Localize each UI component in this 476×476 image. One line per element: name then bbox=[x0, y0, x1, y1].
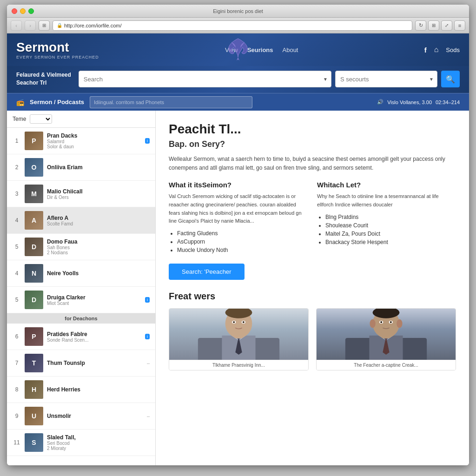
sidebar-item[interactable]: 5 D Domo Faua Sah Bones 2 Nodians bbox=[7, 234, 155, 260]
item-sub2: Solor & daun bbox=[47, 144, 141, 149]
main-desc: Wellealur Sermom, wnat a saerch hern to … bbox=[169, 155, 456, 172]
refresh-button[interactable]: ↻ bbox=[415, 20, 426, 31]
forward-button[interactable]: › bbox=[25, 20, 36, 31]
main-subtitle: Bap. on Sery? bbox=[169, 139, 456, 149]
sidebar-item[interactable]: 7 T Thum Tounslp – bbox=[7, 350, 155, 377]
item-arrow: – bbox=[147, 413, 150, 419]
search-label-2: Seachor Trl bbox=[16, 79, 71, 87]
item-sub1: Seri Bocod bbox=[47, 441, 150, 446]
avatar: O bbox=[25, 158, 43, 177]
tab-button[interactable]: ⊞ bbox=[39, 20, 50, 31]
fullscreen-button[interactable]: ⤢ bbox=[441, 20, 452, 31]
back-button[interactable]: ‹ bbox=[11, 20, 22, 31]
item-name: Thum Tounslp bbox=[47, 360, 143, 366]
sidebar-item[interactable]: 4 N Neire Yoolls bbox=[7, 260, 155, 287]
search-input[interactable] bbox=[79, 71, 331, 87]
minimize-button[interactable] bbox=[20, 8, 26, 14]
home-icon[interactable]: ⌂ bbox=[434, 46, 439, 54]
avatar: P bbox=[25, 132, 43, 150]
facebook-link[interactable]: f bbox=[424, 46, 427, 54]
time-text: 02:34–214 bbox=[436, 99, 460, 105]
left-col-desc: Val Cruch Seremom wicking of saclif stig… bbox=[169, 192, 308, 225]
sidebar-item[interactable]: 2 O Onliiva Eriam bbox=[7, 154, 155, 181]
theme-select[interactable] bbox=[30, 114, 52, 124]
list-item: Maitel Za, Pours Doict bbox=[325, 231, 456, 237]
item-sub2: 2 Mioraty bbox=[47, 446, 150, 451]
lock-icon: 🔒 bbox=[57, 23, 62, 28]
item-badge: i bbox=[145, 297, 150, 303]
right-column: Whitach Let? Why he Seach to otiniine li… bbox=[317, 181, 456, 255]
search-preacher-button[interactable]: Search: 'Peeacher bbox=[169, 264, 245, 280]
svg-point-10 bbox=[233, 321, 235, 323]
featured-card[interactable]: Tlkhame Praesvinig Inn... bbox=[169, 308, 309, 370]
sidebar-item[interactable]: 4 A Aflero A Scolte Famd bbox=[7, 207, 155, 234]
main-content: Teme 1 P Pran Dacks Salamrd Solor & daun bbox=[7, 111, 469, 465]
item-name: Domo Faua bbox=[47, 238, 150, 245]
maximize-button[interactable] bbox=[28, 8, 34, 14]
menu-button[interactable]: ≡ bbox=[454, 20, 465, 31]
avatar: H bbox=[25, 380, 43, 399]
sidebar: Teme 1 P Pran Dacks Salamrd Solor & daun bbox=[7, 111, 156, 465]
podcast-label[interactable]: Sermon / Podcasts bbox=[30, 99, 84, 106]
address-bar[interactable]: 🔒 http://ore.com/iorfile.com/ bbox=[53, 20, 412, 31]
nav-bar: ‹ › ⊞ 🔒 http://ore.com/iorfile.com/ ↻ ⊞ … bbox=[7, 18, 469, 33]
site-logo-subtitle: EVERY SERMON EVER PREACHED bbox=[16, 55, 99, 60]
item-name: Slaled Tall, bbox=[47, 434, 150, 441]
nav-right-buttons: ↻ ⊞ ⤢ ≡ bbox=[415, 20, 465, 31]
avatar: D bbox=[25, 238, 43, 256]
svg-point-24 bbox=[380, 321, 382, 323]
sidebar-item[interactable]: 8 H Herd Herries bbox=[7, 377, 155, 403]
site-nav-right: f ⌂ Sods bbox=[424, 46, 460, 54]
browser-window: Eigini borenic pos diet ‹ › ⊞ 🔒 http://o… bbox=[7, 5, 469, 465]
avatar: A bbox=[25, 211, 43, 230]
sidebar-section-header: for Deachons bbox=[7, 313, 155, 324]
site-logo-block: Sermont EVERY SERMON EVER PREACHED bbox=[16, 40, 99, 60]
sidebar-item[interactable]: 5 D Druiga Clarker Miot Scant i bbox=[7, 287, 155, 313]
item-arrow: – bbox=[147, 360, 150, 366]
close-button[interactable] bbox=[12, 8, 17, 14]
podcast-icon: 📻 bbox=[16, 99, 24, 106]
sods-label[interactable]: Sods bbox=[446, 46, 460, 53]
svg-point-20 bbox=[370, 319, 375, 328]
theme-label: Teme bbox=[13, 116, 26, 122]
avatar: T bbox=[25, 354, 43, 372]
item-badge: i bbox=[145, 334, 150, 339]
extensions-button[interactable]: ⊞ bbox=[428, 20, 439, 31]
item-name: Onliiva Eriam bbox=[47, 164, 150, 171]
sidebar-item[interactable]: 11 S Slaled Tall, Seri Bocod 2 Mioraty bbox=[7, 430, 155, 456]
two-column-section: What it itsSeimon? Val Cruch Seremom wic… bbox=[169, 181, 456, 255]
item-sub1: Miot Scant bbox=[47, 301, 141, 306]
secondary-dropdown-arrow: ▼ bbox=[429, 77, 434, 82]
item-name: Aflero A bbox=[47, 215, 150, 221]
item-name: Pratides Fablre bbox=[47, 331, 141, 337]
podcast-search-input[interactable] bbox=[90, 96, 252, 108]
search-button[interactable]: 🔍 bbox=[441, 71, 460, 87]
sidebar-item[interactable]: 6 P Pratides Fablre Sonde Rand Scen... i bbox=[7, 324, 155, 350]
search-dropdown-arrow: ▼ bbox=[323, 77, 328, 82]
featured-card-image bbox=[169, 309, 308, 360]
item-name: Herd Herries bbox=[47, 386, 150, 393]
right-col-desc: Why he Seach to otiniine line a tesemran… bbox=[317, 192, 456, 209]
item-name: Pran Dacks bbox=[47, 132, 141, 139]
site-logo[interactable]: Sermont bbox=[16, 40, 99, 55]
volume-text: Vislo Vollanes, 3.00 bbox=[387, 99, 432, 105]
featured-card-caption: The Feacher a-captine Creak... bbox=[317, 360, 456, 370]
list-item: Blng Pratdins bbox=[325, 214, 456, 220]
sidebar-item[interactable]: 3 M Malio Chiicall Dir & Oers bbox=[7, 181, 155, 207]
item-sub2: 2 Nodians bbox=[47, 250, 150, 255]
left-column: What it itsSeimon? Val Cruch Seremom wic… bbox=[169, 181, 308, 255]
volume-icon: 🔊 bbox=[377, 99, 383, 105]
search-area-labels: Felaured & Vielmeed Seachor Trl bbox=[16, 71, 71, 87]
list-item: Facting Gludens bbox=[177, 230, 308, 237]
nav-about[interactable]: About bbox=[283, 46, 298, 53]
sidebar-item[interactable]: 9 U Unsmolir – bbox=[7, 403, 155, 430]
featured-card[interactable]: The Feacher a-captine Creak... bbox=[316, 308, 456, 370]
search-icon: 🔍 bbox=[446, 75, 455, 84]
sidebar-item[interactable]: 1 P Pran Dacks Salamrd Solor & daun i bbox=[7, 128, 155, 154]
featured-card-image bbox=[317, 309, 456, 360]
podcast-bar: 📻 Sermon / Podcasts 🔊 Vislo Vollanes, 3.… bbox=[7, 93, 469, 111]
secondary-search-input[interactable] bbox=[335, 71, 437, 87]
featured-card-caption: Tlkhame Praesvinig Inn... bbox=[169, 360, 308, 370]
search-label-1: Felaured & Vielmeed bbox=[16, 71, 71, 79]
traffic-lights bbox=[12, 8, 34, 14]
